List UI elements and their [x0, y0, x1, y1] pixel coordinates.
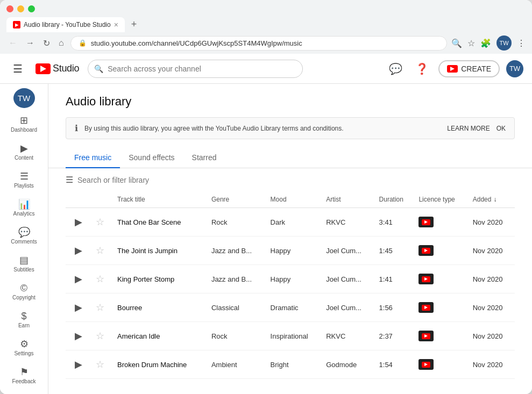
- track-table-container: Track title Genre Mood Artist Duration L…: [48, 191, 532, 394]
- new-tab-button[interactable]: +: [127, 17, 141, 32]
- sidebar-label-content: Content: [15, 155, 33, 161]
- star-button[interactable]: ☆: [96, 216, 104, 228]
- tab-free-music[interactable]: Free music: [66, 148, 120, 168]
- sidebar-item-comments[interactable]: 💬 Comments: [3, 222, 46, 250]
- sidebar-item-analytics[interactable]: 📊 Analytics: [3, 194, 46, 222]
- forward-button[interactable]: →: [24, 36, 37, 50]
- table-row: ▶ ☆ Broken Drum Machine Ambient Bright G…: [66, 350, 515, 379]
- refresh-button[interactable]: ↻: [41, 36, 52, 51]
- browser-user-avatar[interactable]: TW: [496, 35, 512, 51]
- track-duration: 1:54: [375, 350, 415, 379]
- track-licence-type: [414, 293, 468, 322]
- learn-more-button[interactable]: LEARN MORE: [447, 125, 490, 132]
- track-genre: Jazz and B...: [207, 237, 266, 265]
- home-button[interactable]: ⌂: [56, 36, 66, 50]
- help-icon-button[interactable]: ❓: [412, 59, 432, 78]
- sidebar-item-playlists[interactable]: ☰ Playlists: [3, 166, 46, 194]
- track-artist: Joel Cum...: [322, 237, 374, 265]
- sidebar-item-feedback[interactable]: ⚑ Feedback: [3, 362, 46, 390]
- star-button[interactable]: ☆: [96, 330, 104, 342]
- message-icon-button[interactable]: 💬: [386, 59, 406, 78]
- tab-close-button[interactable]: ×: [114, 20, 118, 29]
- search-input[interactable]: [88, 60, 303, 78]
- play-button[interactable]: ▶: [70, 356, 87, 373]
- more-options-icon-btn[interactable]: ⋮: [517, 38, 526, 48]
- youtube-badge: [418, 302, 434, 313]
- create-button[interactable]: CREATE: [438, 60, 500, 77]
- search-icon-btn[interactable]: 🔍: [451, 38, 462, 48]
- col-artist: Artist: [322, 191, 374, 208]
- track-licence-type: [414, 237, 468, 265]
- playlists-icon: ☰: [20, 171, 29, 181]
- sidebar-label-dashboard: Dashboard: [11, 127, 37, 133]
- play-button[interactable]: ▶: [70, 213, 87, 231]
- track-mood: Happy: [266, 237, 322, 265]
- sidebar-item-settings[interactable]: ⚙ Settings: [3, 334, 46, 362]
- maximize-traffic-light[interactable]: [28, 5, 35, 12]
- track-artist: Joel Cum...: [322, 265, 374, 293]
- table-row: ▶ ☆ King Porter Stomp Jazz and B... Happ…: [66, 265, 515, 293]
- track-title: Bourree: [113, 293, 207, 322]
- star-button[interactable]: ☆: [96, 245, 104, 256]
- browser-icons: 🔍 ☆ 🧩 TW ⋮: [451, 35, 526, 51]
- play-button[interactable]: ▶: [70, 242, 87, 259]
- track-artist: Joel Cum...: [322, 293, 374, 322]
- sidebar-item-subtitles[interactable]: ▤ Subtitles: [3, 250, 46, 278]
- track-added: Nov 2020: [469, 322, 515, 350]
- earn-icon: $: [21, 311, 26, 321]
- track-genre: Ambient: [207, 350, 266, 379]
- youtube-badge: [418, 331, 434, 341]
- track-mood: Dark: [266, 208, 322, 237]
- feedback-icon: ⚑: [20, 367, 29, 377]
- user-avatar[interactable]: TW: [506, 60, 523, 77]
- sidebar-label-earn: Earn: [18, 323, 30, 328]
- tab-sound-effects[interactable]: Sound effects: [120, 148, 183, 168]
- back-button[interactable]: ←: [6, 36, 19, 50]
- sidebar-user-avatar[interactable]: TW: [13, 88, 35, 108]
- page-title: Audio library: [66, 95, 515, 109]
- star-button[interactable]: ☆: [96, 273, 104, 285]
- extensions-icon-btn[interactable]: 🧩: [480, 38, 491, 48]
- play-button[interactable]: ▶: [70, 270, 87, 288]
- col-mood: Mood: [266, 191, 322, 208]
- star-button[interactable]: ☆: [96, 359, 104, 370]
- content-area: Audio library ℹ By using this audio libr…: [48, 84, 532, 394]
- youtube-badge: [418, 359, 434, 370]
- star-button[interactable]: ☆: [96, 302, 104, 313]
- tab-favicon: ▶: [13, 21, 20, 28]
- sidebar-item-dashboard[interactable]: ⊞ Dashboard: [3, 110, 46, 138]
- youtube-badge-icon: [422, 276, 430, 282]
- address-bar[interactable]: 🔒 studio.youtube.com/channel/UCdp6GUwjKs…: [70, 36, 447, 51]
- track-licence-type: [414, 350, 468, 379]
- ok-button[interactable]: OK: [496, 125, 506, 132]
- sidebar-label-playlists: Playlists: [14, 183, 34, 189]
- sidebar-item-content[interactable]: ▶ Content: [3, 138, 46, 166]
- sidebar-item-copyright[interactable]: © Copyright: [3, 278, 46, 306]
- bookmark-icon-btn[interactable]: ☆: [467, 38, 475, 48]
- sidebar-label-comments: Comments: [11, 239, 37, 245]
- close-traffic-light[interactable]: [6, 5, 13, 12]
- col-genre: Genre: [207, 191, 266, 208]
- track-genre: Rock: [207, 208, 266, 237]
- tabs-row: Free music Sound effects Starred: [48, 148, 532, 168]
- top-bar-right: 💬 ❓ CREATE TW: [386, 59, 523, 78]
- sidebar-item-earn[interactable]: $ Earn: [3, 306, 46, 334]
- play-button[interactable]: ▶: [70, 327, 87, 345]
- track-table: Track title Genre Mood Artist Duration L…: [66, 191, 515, 379]
- play-button[interactable]: ▶: [70, 299, 87, 316]
- create-label: CREATE: [461, 65, 491, 73]
- tab-starred[interactable]: Starred: [183, 148, 225, 168]
- settings-icon: ⚙: [20, 339, 29, 349]
- track-duration: 1:45: [375, 237, 415, 265]
- track-artist: RKVC: [322, 322, 374, 350]
- browser-window: ▶ Audio library - YouTube Studio × + ← →…: [0, 0, 532, 394]
- youtube-studio-logo: Studio: [36, 63, 79, 74]
- main-layout: TW ⊞ Dashboard ▶ Content ☰ Playlists �: [0, 84, 532, 394]
- filter-input[interactable]: [77, 176, 515, 184]
- minimize-traffic-light[interactable]: [17, 5, 24, 12]
- menu-button[interactable]: ☰: [9, 58, 27, 80]
- youtube-icon: [36, 63, 51, 74]
- copyright-icon: ©: [20, 283, 27, 293]
- comments-icon: 💬: [18, 227, 30, 237]
- active-tab[interactable]: ▶ Audio library - YouTube Studio ×: [6, 17, 125, 32]
